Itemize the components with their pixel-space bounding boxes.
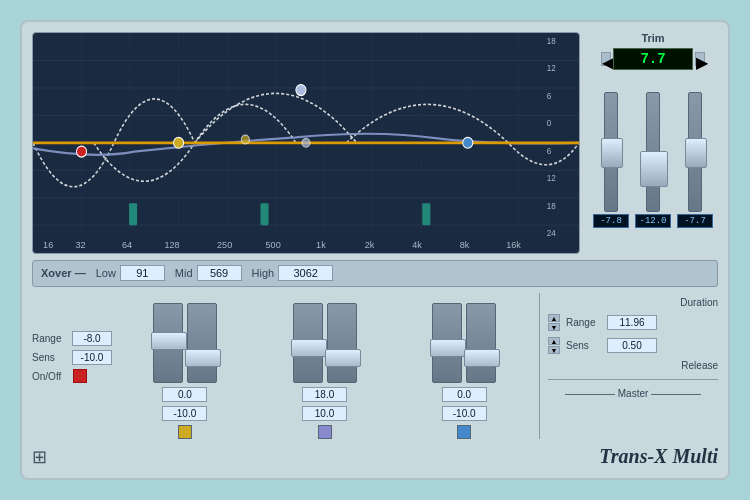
svg-text:128: 128	[164, 239, 179, 250]
trim-fader-1: -7.8	[593, 92, 629, 228]
band-fader-handle-range-2[interactable]	[291, 339, 327, 357]
band-fader-handle-range-1[interactable]	[151, 332, 187, 350]
svg-text:4k: 4k	[412, 239, 422, 250]
trim-fader-handle-1[interactable]	[601, 138, 623, 168]
range-right-input[interactable]	[607, 315, 657, 330]
band-range-input-3[interactable]	[442, 387, 487, 402]
xover-low-label: Low	[96, 267, 116, 279]
trim-label: Trim	[641, 32, 664, 44]
trim-section: Trim ◀ 7.7 ▶ -7.8 -1	[588, 32, 718, 254]
master-divider	[548, 379, 718, 380]
trim-right-arrow[interactable]: ▶	[695, 52, 705, 66]
trim-fader-handle-2[interactable]	[640, 151, 668, 187]
band-sens-input-1[interactable]	[162, 406, 207, 421]
svg-text:18: 18	[547, 36, 556, 46]
band-fader-track-sens-3[interactable]	[466, 303, 496, 383]
band-fader-track-range-3[interactable]	[432, 303, 462, 383]
trim-faders: -7.8 -12.0 -7.7	[593, 78, 713, 228]
band-fader-track-sens-2[interactable]	[327, 303, 357, 383]
band-range-input-2[interactable]	[302, 387, 347, 402]
band-fader-track-sens-1[interactable]	[187, 303, 217, 383]
svg-rect-23	[129, 203, 137, 225]
range-down-arrow[interactable]: ▼	[548, 323, 560, 331]
trim-left-arrow[interactable]: ◀	[601, 52, 611, 66]
xover-high-label: High	[252, 267, 275, 279]
band-fader-handle-sens-2[interactable]	[325, 349, 361, 367]
svg-point-22	[463, 137, 473, 148]
plugin-title: Trans-X Multi	[599, 445, 718, 468]
xover-mid-label: Mid	[175, 267, 193, 279]
xover-high-group: High	[252, 265, 334, 281]
svg-text:16k: 16k	[506, 239, 521, 250]
sens-right-label: Sens	[566, 340, 601, 351]
svg-text:8k: 8k	[460, 239, 470, 250]
trim-fader-track-1[interactable]	[604, 92, 618, 212]
xover-mid-input[interactable]	[197, 265, 242, 281]
band-fader-handle-sens-1[interactable]	[185, 349, 221, 367]
menu-icon[interactable]: ⊞	[32, 446, 47, 468]
sens-row-left: Sens	[32, 350, 112, 365]
sens-right-input[interactable]	[607, 338, 657, 353]
svg-text:1k: 1k	[316, 239, 326, 250]
svg-text:32: 32	[75, 239, 85, 250]
master-label: ————— Master —————	[548, 388, 718, 399]
band-color-2[interactable]	[318, 425, 332, 439]
range-spinner[interactable]: ▲ ▼	[548, 314, 560, 331]
trim-fader-3: -7.7	[677, 92, 713, 228]
top-section: 16 32 64 128 250 500 1k 2k 4k 8k 16k 18 …	[32, 32, 718, 254]
range-up-arrow[interactable]: ▲	[548, 314, 560, 322]
band-strip-2	[258, 293, 392, 439]
svg-text:12: 12	[547, 173, 556, 183]
range-right-label: Range	[566, 317, 601, 328]
xover-mid-group: Mid	[175, 265, 242, 281]
band-fader-track-range-2[interactable]	[293, 303, 323, 383]
xover-low-input[interactable]	[120, 265, 165, 281]
on-off-indicator[interactable]	[73, 369, 87, 383]
trim-fader-value-2: -12.0	[635, 214, 671, 228]
sens-spinner[interactable]: ▲ ▼	[548, 337, 560, 354]
svg-text:500: 500	[266, 239, 281, 250]
trim-fader-value-1: -7.8	[593, 214, 629, 228]
svg-point-20	[296, 85, 306, 96]
range-row-right: ▲ ▼ Range	[548, 314, 718, 331]
xover-high-input[interactable]	[278, 265, 333, 281]
range-label: Range	[32, 333, 66, 344]
trim-value[interactable]: 7.7	[613, 48, 693, 70]
svg-point-18	[174, 137, 184, 148]
band-fader-track-range-1[interactable]	[153, 303, 183, 383]
trim-fader-track-2[interactable]	[646, 92, 660, 212]
svg-point-21	[302, 138, 310, 147]
band-fader-area-1	[153, 293, 217, 383]
bottom-bar: ⊞ Trans-X Multi	[32, 445, 718, 468]
band-sens-input-3[interactable]	[442, 406, 487, 421]
eq-display[interactable]: 16 32 64 128 250 500 1k 2k 4k 8k 16k 18 …	[32, 32, 580, 254]
band-color-3[interactable]	[457, 425, 471, 439]
divider	[539, 293, 540, 439]
band-fader-area-2	[293, 293, 357, 383]
band-color-1[interactable]	[178, 425, 192, 439]
svg-text:0: 0	[547, 118, 552, 128]
trim-fader-track-3[interactable]	[688, 92, 702, 212]
band-fader-handle-sens-3[interactable]	[464, 349, 500, 367]
xover-low-group: Low	[96, 265, 165, 281]
sens-value-left[interactable]	[72, 350, 112, 365]
plugin-body: 16 32 64 128 250 500 1k 2k 4k 8k 16k 18 …	[20, 20, 730, 480]
sens-row-right: ▲ ▼ Sens	[548, 337, 718, 354]
svg-point-17	[76, 146, 86, 157]
band-fader-handle-range-3[interactable]	[430, 339, 466, 357]
range-value-left[interactable]	[72, 331, 112, 346]
sens-label: Sens	[32, 352, 66, 363]
band-sens-input-2[interactable]	[302, 406, 347, 421]
svg-point-19	[241, 135, 249, 144]
svg-text:18: 18	[547, 200, 556, 210]
svg-text:6: 6	[547, 145, 552, 155]
svg-text:12: 12	[547, 63, 556, 73]
xover-label: Xover —	[41, 267, 86, 279]
sens-down-arrow[interactable]: ▼	[548, 346, 560, 354]
trim-fader-2: -12.0	[635, 92, 671, 228]
band-range-input-1[interactable]	[162, 387, 207, 402]
sens-up-arrow[interactable]: ▲	[548, 337, 560, 345]
trim-fader-handle-3[interactable]	[685, 138, 707, 168]
band-strip-3	[397, 293, 531, 439]
svg-text:16: 16	[43, 239, 53, 250]
